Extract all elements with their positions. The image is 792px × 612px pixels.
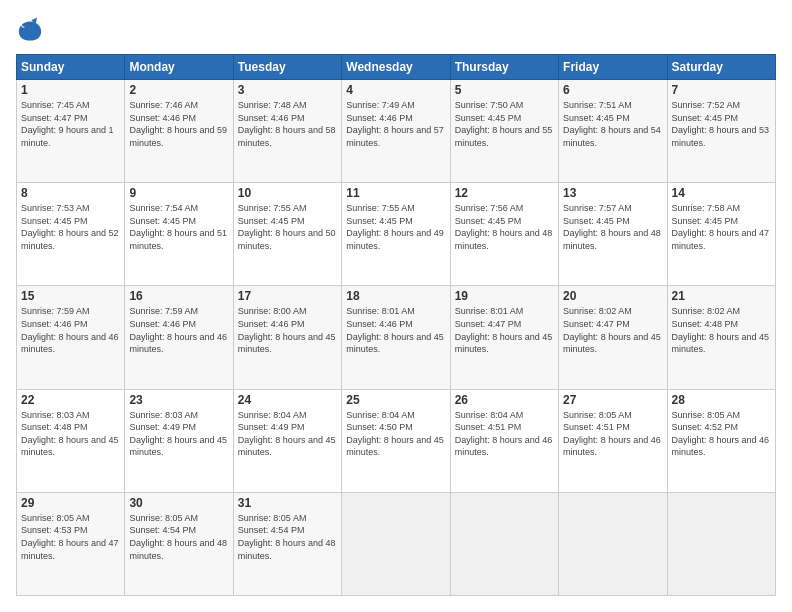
day-detail: Sunrise: 7:52 AM Sunset: 4:45 PM Dayligh… (672, 99, 771, 149)
day-number: 21 (672, 289, 771, 303)
day-number: 9 (129, 186, 228, 200)
day-cell: 6 Sunrise: 7:51 AM Sunset: 4:45 PM Dayli… (559, 80, 667, 183)
day-number: 17 (238, 289, 337, 303)
header (16, 16, 776, 44)
day-cell: 13 Sunrise: 7:57 AM Sunset: 4:45 PM Dayl… (559, 183, 667, 286)
day-number: 1 (21, 83, 120, 97)
day-number: 13 (563, 186, 662, 200)
day-number: 19 (455, 289, 554, 303)
logo (16, 16, 48, 44)
column-header-tuesday: Tuesday (233, 55, 341, 80)
day-cell (559, 492, 667, 595)
day-cell: 20 Sunrise: 8:02 AM Sunset: 4:47 PM Dayl… (559, 286, 667, 389)
day-number: 2 (129, 83, 228, 97)
week-row-3: 15 Sunrise: 7:59 AM Sunset: 4:46 PM Dayl… (17, 286, 776, 389)
day-detail: Sunrise: 8:04 AM Sunset: 4:49 PM Dayligh… (238, 409, 337, 459)
day-cell: 8 Sunrise: 7:53 AM Sunset: 4:45 PM Dayli… (17, 183, 125, 286)
week-row-4: 22 Sunrise: 8:03 AM Sunset: 4:48 PM Dayl… (17, 389, 776, 492)
day-number: 7 (672, 83, 771, 97)
page: SundayMondayTuesdayWednesdayThursdayFrid… (0, 0, 792, 612)
day-cell: 16 Sunrise: 7:59 AM Sunset: 4:46 PM Dayl… (125, 286, 233, 389)
day-cell: 2 Sunrise: 7:46 AM Sunset: 4:46 PM Dayli… (125, 80, 233, 183)
day-number: 31 (238, 496, 337, 510)
day-cell: 3 Sunrise: 7:48 AM Sunset: 4:46 PM Dayli… (233, 80, 341, 183)
day-cell: 9 Sunrise: 7:54 AM Sunset: 4:45 PM Dayli… (125, 183, 233, 286)
day-cell: 21 Sunrise: 8:02 AM Sunset: 4:48 PM Dayl… (667, 286, 775, 389)
day-detail: Sunrise: 8:02 AM Sunset: 4:48 PM Dayligh… (672, 305, 771, 355)
day-detail: Sunrise: 8:01 AM Sunset: 4:46 PM Dayligh… (346, 305, 445, 355)
week-row-5: 29 Sunrise: 8:05 AM Sunset: 4:53 PM Dayl… (17, 492, 776, 595)
day-cell: 26 Sunrise: 8:04 AM Sunset: 4:51 PM Dayl… (450, 389, 558, 492)
day-cell: 15 Sunrise: 7:59 AM Sunset: 4:46 PM Dayl… (17, 286, 125, 389)
column-header-sunday: Sunday (17, 55, 125, 80)
day-cell: 18 Sunrise: 8:01 AM Sunset: 4:46 PM Dayl… (342, 286, 450, 389)
day-detail: Sunrise: 8:04 AM Sunset: 4:50 PM Dayligh… (346, 409, 445, 459)
day-number: 24 (238, 393, 337, 407)
day-cell: 4 Sunrise: 7:49 AM Sunset: 4:46 PM Dayli… (342, 80, 450, 183)
day-number: 3 (238, 83, 337, 97)
day-detail: Sunrise: 7:48 AM Sunset: 4:46 PM Dayligh… (238, 99, 337, 149)
day-cell: 19 Sunrise: 8:01 AM Sunset: 4:47 PM Dayl… (450, 286, 558, 389)
day-detail: Sunrise: 7:53 AM Sunset: 4:45 PM Dayligh… (21, 202, 120, 252)
day-number: 4 (346, 83, 445, 97)
day-detail: Sunrise: 8:05 AM Sunset: 4:52 PM Dayligh… (672, 409, 771, 459)
day-number: 22 (21, 393, 120, 407)
day-detail: Sunrise: 8:04 AM Sunset: 4:51 PM Dayligh… (455, 409, 554, 459)
day-number: 16 (129, 289, 228, 303)
day-cell: 10 Sunrise: 7:55 AM Sunset: 4:45 PM Dayl… (233, 183, 341, 286)
day-cell: 22 Sunrise: 8:03 AM Sunset: 4:48 PM Dayl… (17, 389, 125, 492)
day-cell: 5 Sunrise: 7:50 AM Sunset: 4:45 PM Dayli… (450, 80, 558, 183)
day-number: 26 (455, 393, 554, 407)
day-detail: Sunrise: 7:54 AM Sunset: 4:45 PM Dayligh… (129, 202, 228, 252)
day-cell: 28 Sunrise: 8:05 AM Sunset: 4:52 PM Dayl… (667, 389, 775, 492)
day-detail: Sunrise: 7:55 AM Sunset: 4:45 PM Dayligh… (346, 202, 445, 252)
column-header-wednesday: Wednesday (342, 55, 450, 80)
day-detail: Sunrise: 7:51 AM Sunset: 4:45 PM Dayligh… (563, 99, 662, 149)
day-number: 23 (129, 393, 228, 407)
day-number: 14 (672, 186, 771, 200)
header-row: SundayMondayTuesdayWednesdayThursdayFrid… (17, 55, 776, 80)
day-number: 10 (238, 186, 337, 200)
day-cell: 29 Sunrise: 8:05 AM Sunset: 4:53 PM Dayl… (17, 492, 125, 595)
day-number: 29 (21, 496, 120, 510)
day-cell: 7 Sunrise: 7:52 AM Sunset: 4:45 PM Dayli… (667, 80, 775, 183)
day-detail: Sunrise: 8:01 AM Sunset: 4:47 PM Dayligh… (455, 305, 554, 355)
day-detail: Sunrise: 7:49 AM Sunset: 4:46 PM Dayligh… (346, 99, 445, 149)
day-number: 20 (563, 289, 662, 303)
day-cell: 23 Sunrise: 8:03 AM Sunset: 4:49 PM Dayl… (125, 389, 233, 492)
day-number: 5 (455, 83, 554, 97)
day-cell (342, 492, 450, 595)
logo-icon (16, 16, 44, 44)
day-number: 28 (672, 393, 771, 407)
day-detail: Sunrise: 7:58 AM Sunset: 4:45 PM Dayligh… (672, 202, 771, 252)
week-row-1: 1 Sunrise: 7:45 AM Sunset: 4:47 PM Dayli… (17, 80, 776, 183)
day-cell: 31 Sunrise: 8:05 AM Sunset: 4:54 PM Dayl… (233, 492, 341, 595)
day-detail: Sunrise: 8:02 AM Sunset: 4:47 PM Dayligh… (563, 305, 662, 355)
day-cell: 12 Sunrise: 7:56 AM Sunset: 4:45 PM Dayl… (450, 183, 558, 286)
day-detail: Sunrise: 8:05 AM Sunset: 4:54 PM Dayligh… (238, 512, 337, 562)
day-detail: Sunrise: 7:56 AM Sunset: 4:45 PM Dayligh… (455, 202, 554, 252)
day-number: 15 (21, 289, 120, 303)
day-detail: Sunrise: 7:55 AM Sunset: 4:45 PM Dayligh… (238, 202, 337, 252)
day-cell: 11 Sunrise: 7:55 AM Sunset: 4:45 PM Dayl… (342, 183, 450, 286)
day-detail: Sunrise: 7:59 AM Sunset: 4:46 PM Dayligh… (21, 305, 120, 355)
day-cell (450, 492, 558, 595)
day-detail: Sunrise: 8:05 AM Sunset: 4:53 PM Dayligh… (21, 512, 120, 562)
day-number: 8 (21, 186, 120, 200)
day-detail: Sunrise: 8:05 AM Sunset: 4:54 PM Dayligh… (129, 512, 228, 562)
day-number: 11 (346, 186, 445, 200)
day-cell (667, 492, 775, 595)
day-detail: Sunrise: 8:03 AM Sunset: 4:48 PM Dayligh… (21, 409, 120, 459)
day-detail: Sunrise: 8:05 AM Sunset: 4:51 PM Dayligh… (563, 409, 662, 459)
day-cell: 25 Sunrise: 8:04 AM Sunset: 4:50 PM Dayl… (342, 389, 450, 492)
column-header-saturday: Saturday (667, 55, 775, 80)
column-header-monday: Monday (125, 55, 233, 80)
day-cell: 1 Sunrise: 7:45 AM Sunset: 4:47 PM Dayli… (17, 80, 125, 183)
day-cell: 27 Sunrise: 8:05 AM Sunset: 4:51 PM Dayl… (559, 389, 667, 492)
day-number: 25 (346, 393, 445, 407)
day-number: 30 (129, 496, 228, 510)
day-cell: 24 Sunrise: 8:04 AM Sunset: 4:49 PM Dayl… (233, 389, 341, 492)
day-number: 12 (455, 186, 554, 200)
day-number: 6 (563, 83, 662, 97)
column-header-friday: Friday (559, 55, 667, 80)
